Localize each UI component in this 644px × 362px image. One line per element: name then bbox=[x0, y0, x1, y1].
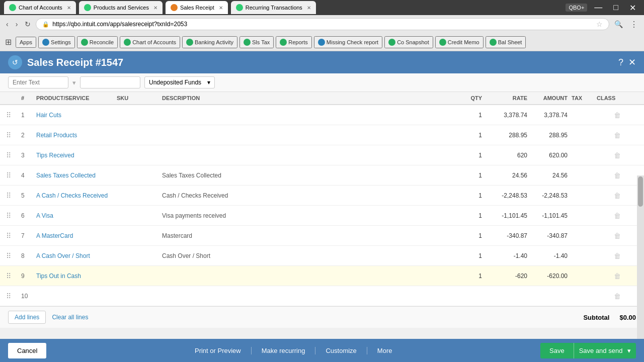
save-send-button[interactable]: Save and send ▾ bbox=[574, 343, 636, 358]
drag-handle[interactable]: ⠿ bbox=[4, 270, 19, 282]
tab-sales[interactable]: Sales Receipt ✕ bbox=[166, 1, 228, 14]
description-cell[interactable]: Cash / Checks Received bbox=[160, 190, 449, 201]
product-service-cell[interactable]: A Cash / Checks Received bbox=[34, 190, 115, 201]
tab-close-recurring[interactable]: ✕ bbox=[307, 5, 311, 11]
delete-row-button[interactable]: 🗑 bbox=[595, 250, 640, 262]
sku-cell[interactable] bbox=[115, 294, 160, 298]
delete-row-button[interactable]: 🗑 bbox=[595, 270, 640, 282]
product-service-cell[interactable]: A Cash Over / Short bbox=[34, 250, 115, 261]
product-service-cell[interactable]: A MasterCard bbox=[34, 230, 115, 241]
tax-cell[interactable] bbox=[570, 133, 595, 137]
product-service-cell[interactable]: Retail Products bbox=[34, 130, 115, 141]
customize-button[interactable]: Customize bbox=[315, 347, 367, 354]
rate-cell[interactable]: -340.87 bbox=[484, 230, 529, 241]
toolbar-reconcile[interactable]: Reconcile bbox=[77, 36, 118, 48]
description-cell[interactable] bbox=[160, 133, 449, 137]
scroll-thumb[interactable] bbox=[638, 176, 643, 207]
minimize-btn[interactable]: — bbox=[590, 3, 606, 12]
sku-cell[interactable] bbox=[115, 113, 160, 117]
rate-cell[interactable]: -2,248.53 bbox=[484, 190, 529, 201]
toolbar-missing[interactable]: Missing Check report bbox=[314, 36, 382, 48]
description-cell[interactable] bbox=[160, 153, 449, 157]
toolbar-slstax[interactable]: Sls Tax bbox=[239, 36, 274, 48]
toolbar-credit[interactable]: Credit Memo bbox=[435, 36, 484, 48]
delete-row-button[interactable]: 🗑 bbox=[595, 129, 640, 141]
qty-cell[interactable]: 1 bbox=[449, 230, 484, 241]
description-cell[interactable]: Sales Taxes Collected bbox=[160, 170, 449, 181]
sku-cell[interactable] bbox=[115, 234, 160, 238]
drag-handle[interactable]: ⠿ bbox=[4, 190, 19, 202]
tab-close-products[interactable]: ✕ bbox=[153, 5, 157, 11]
drag-handle[interactable]: ⠿ bbox=[4, 250, 19, 262]
url-input[interactable] bbox=[52, 21, 593, 28]
close-receipt-button[interactable]: ✕ bbox=[628, 57, 636, 68]
tax-cell[interactable] bbox=[570, 274, 595, 278]
toolbar-reports[interactable]: Reports bbox=[276, 36, 312, 48]
secondary-input[interactable] bbox=[80, 76, 140, 88]
drag-handle[interactable]: ⠿ bbox=[4, 169, 19, 182]
delete-row-button[interactable]: 🗑 bbox=[595, 190, 640, 202]
tax-cell[interactable] bbox=[570, 113, 595, 117]
product-service-cell[interactable]: A Visa bbox=[34, 210, 115, 221]
deposit-to-dropdown[interactable]: Undeposited Funds ▾ bbox=[144, 76, 215, 88]
drag-handle[interactable]: ⠿ bbox=[4, 290, 19, 302]
tax-cell[interactable] bbox=[570, 194, 595, 198]
sku-cell[interactable] bbox=[115, 214, 160, 218]
qty-cell[interactable]: 1 bbox=[449, 190, 484, 201]
refresh-button[interactable]: ↻ bbox=[23, 19, 33, 29]
tax-cell[interactable] bbox=[570, 294, 595, 298]
tab-chart[interactable]: Chart of Accounts ✕ bbox=[4, 1, 76, 14]
description-cell[interactable]: Visa payments received bbox=[160, 210, 449, 221]
drag-handle[interactable]: ⠿ bbox=[4, 230, 19, 242]
toolbar-cosnapshot[interactable]: Co Snapshot bbox=[384, 36, 433, 48]
qty-cell[interactable]: 1 bbox=[449, 270, 484, 282]
tax-cell[interactable] bbox=[570, 214, 595, 218]
product-service-cell[interactable]: Sales Taxes Collected bbox=[34, 170, 115, 181]
rate-cell[interactable]: 620 bbox=[484, 150, 529, 161]
description-cell[interactable] bbox=[160, 294, 449, 298]
qty-cell[interactable]: 1 bbox=[449, 210, 484, 221]
zoom-icon[interactable]: 🔍 bbox=[612, 20, 625, 28]
sku-cell[interactable] bbox=[115, 274, 160, 278]
maximize-btn[interactable]: □ bbox=[609, 3, 622, 12]
drag-handle[interactable]: ⠿ bbox=[4, 129, 19, 141]
qty-cell[interactable]: 1 bbox=[449, 170, 484, 181]
make-recurring-button[interactable]: Make recurring bbox=[252, 347, 316, 354]
delete-row-button[interactable]: 🗑 bbox=[595, 149, 640, 161]
rate-cell[interactable]: -1.40 bbox=[484, 250, 529, 261]
drag-handle[interactable]: ⠿ bbox=[4, 149, 19, 161]
toolbar-apps[interactable]: Apps bbox=[16, 37, 36, 48]
rate-cell[interactable]: -1,101.45 bbox=[484, 210, 529, 221]
delete-row-button[interactable]: 🗑 bbox=[595, 109, 640, 121]
product-service-cell[interactable] bbox=[34, 294, 115, 298]
help-button[interactable]: ? bbox=[618, 57, 623, 68]
close-btn[interactable]: ✕ bbox=[625, 3, 640, 13]
description-cell[interactable]: Mastercard bbox=[160, 230, 449, 241]
tab-close-sales[interactable]: ✕ bbox=[219, 5, 223, 11]
star-icon[interactable]: ☆ bbox=[596, 20, 603, 28]
save-button[interactable]: Save bbox=[540, 343, 574, 358]
forward-button[interactable]: › bbox=[14, 19, 20, 29]
sku-cell[interactable] bbox=[115, 173, 160, 177]
drag-handle[interactable]: ⠿ bbox=[4, 210, 19, 222]
description-cell[interactable]: Cash Over / Short bbox=[160, 250, 449, 261]
back-button[interactable]: ‹ bbox=[4, 19, 11, 29]
tax-cell[interactable] bbox=[570, 173, 595, 177]
tax-cell[interactable] bbox=[570, 153, 595, 157]
menu-icon[interactable]: ⋮ bbox=[628, 20, 640, 29]
description-cell[interactable] bbox=[160, 274, 449, 278]
delete-row-button[interactable]: 🗑 bbox=[595, 169, 640, 182]
sku-cell[interactable] bbox=[115, 133, 160, 137]
sku-cell[interactable] bbox=[115, 254, 160, 258]
toolbar-banking[interactable]: Banking Activity bbox=[182, 36, 237, 48]
more-button[interactable]: More bbox=[367, 347, 403, 354]
product-service-cell[interactable]: Tips Received bbox=[34, 150, 115, 161]
rate-cell[interactable] bbox=[484, 294, 529, 298]
tab-recurring[interactable]: Recurring Transactions ✕ bbox=[231, 1, 316, 14]
qty-cell[interactable]: 1 bbox=[449, 110, 484, 121]
toolbar-settings[interactable]: Settings bbox=[38, 36, 75, 48]
cancel-button[interactable]: Cancel bbox=[8, 343, 46, 358]
print-button[interactable]: Print or Preview bbox=[185, 347, 252, 354]
qty-cell[interactable] bbox=[449, 294, 484, 298]
description-cell[interactable] bbox=[160, 113, 449, 117]
